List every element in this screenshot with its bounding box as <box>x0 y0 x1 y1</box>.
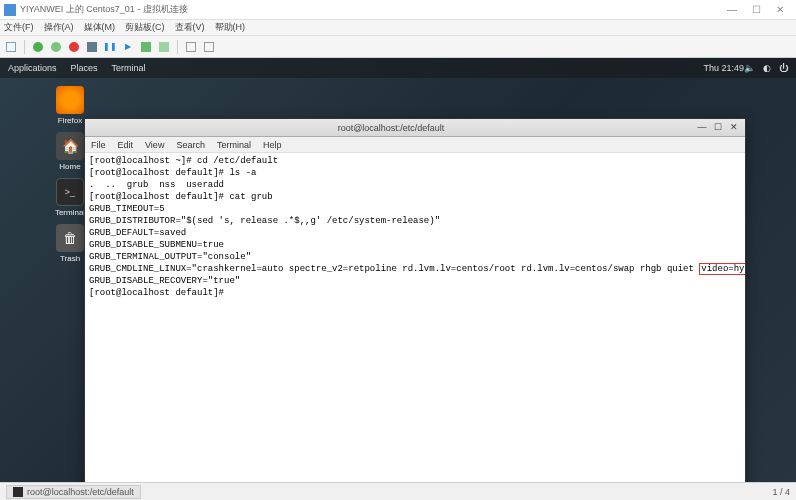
workspace-counter: 1 / 4 <box>772 487 790 497</box>
host-taskbar: root@localhost:/etc/default 1 / 4 <box>0 482 796 500</box>
terminal-title: root@localhost:/etc/default <box>89 123 693 133</box>
menu-media[interactable]: 媒体(M) <box>84 21 116 34</box>
desktop-icon-label: Terminal <box>55 208 85 217</box>
enhanced-session-button[interactable] <box>184 40 198 54</box>
save-button[interactable] <box>85 40 99 54</box>
terminal-menu-edit[interactable]: Edit <box>118 140 134 150</box>
terminal-window: root@localhost:/etc/default — ☐ ✕ File E… <box>84 118 746 482</box>
terminal-menubar: File Edit View Search Terminal Help <box>85 137 745 153</box>
vm-window-title: YIYANWEI 上的 Centos7_01 - 虚拟机连接 <box>20 3 188 16</box>
terminal-menu-file[interactable]: File <box>91 140 106 150</box>
network-icon[interactable]: ◐ <box>763 63 771 73</box>
terminal-maximize-button[interactable]: ☐ <box>711 122 725 134</box>
desktop-icon-label: Trash <box>60 254 80 263</box>
desktop-icon-label: Home <box>59 162 80 171</box>
menu-help[interactable]: 帮助(H) <box>215 21 246 34</box>
terminal-menu-view[interactable]: View <box>145 140 164 150</box>
terminal-body[interactable]: [root@localhost ~]# cd /etc/default [roo… <box>85 153 745 482</box>
close-button[interactable]: ✕ <box>768 4 792 15</box>
home-icon: 🏠 <box>56 132 84 160</box>
taskbar-task[interactable]: root@localhost:/etc/default <box>6 485 141 499</box>
maximize-button[interactable]: ☐ <box>744 4 768 15</box>
highlighted-kernel-param: video=hyperv_fb:1600x900 <box>699 263 745 275</box>
volume-icon[interactable]: 🔈 <box>744 63 755 73</box>
menu-view[interactable]: 查看(V) <box>175 21 205 34</box>
menu-action[interactable]: 操作(A) <box>44 21 74 34</box>
guest-desktop: Applications Places Terminal Thu 21:49 🔈… <box>0 58 796 482</box>
menu-file[interactable]: 文件(F) <box>4 21 34 34</box>
task-terminal-icon <box>13 487 23 497</box>
menu-clipboard[interactable]: 剪贴板(C) <box>125 21 165 34</box>
checkpoint-button[interactable] <box>139 40 153 54</box>
pause-button[interactable]: ❚❚ <box>103 40 117 54</box>
reset-button[interactable]: ▶ <box>121 40 135 54</box>
panel-applications[interactable]: Applications <box>8 63 57 73</box>
terminal-titlebar[interactable]: root@localhost:/etc/default — ☐ ✕ <box>85 119 745 137</box>
shutdown-button[interactable] <box>67 40 81 54</box>
share-button[interactable] <box>202 40 216 54</box>
terminal-menu-search[interactable]: Search <box>176 140 205 150</box>
terminal-icon: >_ <box>56 178 84 206</box>
terminal-close-button[interactable]: ✕ <box>727 122 741 134</box>
firefox-icon <box>56 86 84 114</box>
panel-clock[interactable]: Thu 21:49 <box>703 63 744 73</box>
vm-app-icon <box>4 4 16 16</box>
terminal-minimize-button[interactable]: — <box>695 122 709 134</box>
turnoff-button[interactable] <box>49 40 63 54</box>
start-button[interactable] <box>31 40 45 54</box>
panel-terminal[interactable]: Terminal <box>112 63 146 73</box>
terminal-menu-help[interactable]: Help <box>263 140 282 150</box>
minimize-button[interactable]: — <box>720 4 744 15</box>
gnome-top-panel: Applications Places Terminal Thu 21:49 🔈… <box>0 58 796 78</box>
terminal-menu-terminal[interactable]: Terminal <box>217 140 251 150</box>
panel-places[interactable]: Places <box>71 63 98 73</box>
vm-host-titlebar: YIYANWEI 上的 Centos7_01 - 虚拟机连接 — ☐ ✕ <box>0 0 796 20</box>
trash-icon: 🗑 <box>56 224 84 252</box>
ctrl-alt-del-button[interactable] <box>4 40 18 54</box>
desktop-icon-label: Firefox <box>58 116 82 125</box>
power-icon[interactable]: ⏻ <box>779 63 788 73</box>
revert-button[interactable] <box>157 40 171 54</box>
vm-host-toolbar: ❚❚ ▶ <box>0 36 796 58</box>
vm-host-menubar: 文件(F) 操作(A) 媒体(M) 剪贴板(C) 查看(V) 帮助(H) <box>0 20 796 36</box>
task-label: root@localhost:/etc/default <box>27 487 134 497</box>
